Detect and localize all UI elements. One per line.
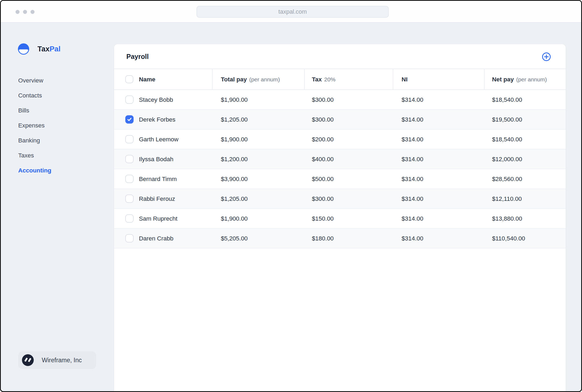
cell-net-pay: $18,540.00 [492, 90, 522, 110]
cell-total-pay: $5,205.00 [221, 229, 248, 248]
row-checkbox[interactable] [125, 155, 134, 163]
address-bar[interactable]: taxpal.com [196, 6, 389, 18]
cell-tax: $300.00 [312, 189, 334, 209]
brand-name: TaxPal [37, 43, 61, 55]
table-row: Ilyssa Bodah $1,200.00 $400.00 $314.00 $… [114, 149, 566, 169]
column-header-total-pay: Total pay (per annum) [221, 69, 280, 90]
address-bar-url: taxpal.com [278, 8, 307, 15]
cell-ni: $314.00 [402, 149, 423, 169]
cell-ni: $314.00 [402, 209, 423, 229]
cell-name: Garth Leemow [139, 130, 179, 149]
cell-name: Sam Ruprecht [139, 209, 177, 229]
payroll-card-header: Payroll [114, 44, 566, 69]
cell-total-pay: $1,200.00 [221, 149, 248, 169]
cell-ni: $314.00 [402, 189, 423, 209]
cell-tax: $300.00 [312, 90, 334, 110]
cell-net-pay: $13,880.00 [492, 209, 522, 229]
brand-name-secondary: Pal [50, 45, 61, 53]
table-row: Stacey Bobb $1,900.00 $300.00 $314.00 $1… [114, 90, 566, 110]
row-checkbox[interactable] [125, 115, 134, 124]
table-row: Derek Forbes $1,205.00 $300.00 $314.00 $… [114, 110, 566, 130]
sidebar-item-expenses[interactable]: Expenses [18, 122, 51, 130]
row-checkbox[interactable] [125, 195, 134, 203]
cell-total-pay: $3,900.00 [221, 169, 248, 189]
cell-name: Ilyssa Bodah [139, 149, 173, 169]
table-row: Bernard Timm $3,900.00 $500.00 $314.00 $… [114, 169, 566, 189]
window-minimize-button[interactable] [23, 10, 27, 14]
sidebar-nav: Overview Contacts Bills Expenses Banking… [18, 77, 51, 175]
row-checkbox[interactable] [125, 214, 134, 223]
browser-chrome: taxpal.com [1, 1, 581, 23]
table-row: Sam Ruprecht $1,900.00 $150.00 $314.00 $… [114, 209, 566, 229]
window-close-button[interactable] [16, 10, 20, 14]
plus-circle-icon [542, 52, 551, 61]
table-header-row: Name Total pay (per annum) Tax 20% NI Ne… [114, 69, 566, 90]
cell-net-pay: $28,560.00 [492, 169, 522, 189]
column-header-name: Name [139, 69, 155, 90]
cell-total-pay: $1,205.00 [221, 189, 248, 209]
row-checkbox[interactable] [125, 234, 134, 243]
cell-ni: $314.00 [402, 130, 423, 149]
column-header-tax: Tax 20% [312, 69, 335, 90]
cell-ni: $314.00 [402, 229, 423, 248]
taxpal-logo-icon [18, 43, 29, 55]
cell-ni: $314.00 [402, 169, 423, 189]
cell-tax: $200.00 [312, 130, 334, 149]
payroll-table-body: Stacey Bobb $1,900.00 $300.00 $314.00 $1… [114, 90, 566, 248]
cell-tax: $500.00 [312, 169, 334, 189]
cell-total-pay: $1,900.00 [221, 130, 248, 149]
cell-net-pay: $19,500.00 [492, 110, 522, 130]
cell-name: Rabbi Ferouz [139, 189, 175, 209]
cell-total-pay: $1,900.00 [221, 209, 248, 229]
column-divider [393, 69, 393, 89]
cell-ni: $314.00 [402, 110, 423, 130]
add-payroll-entry-button[interactable] [542, 52, 551, 61]
cell-name: Derek Forbes [139, 110, 175, 130]
row-checkbox[interactable] [125, 96, 134, 104]
sidebar-item-accounting[interactable]: Accounting [18, 167, 51, 175]
row-checkbox[interactable] [125, 135, 134, 144]
page-title: Payroll [126, 44, 149, 69]
cell-net-pay: $12,110.00 [492, 189, 522, 209]
cell-tax: $180.00 [312, 229, 334, 248]
cell-total-pay: $1,205.00 [221, 110, 248, 130]
row-checkbox[interactable] [125, 175, 134, 183]
cell-tax: $150.00 [312, 209, 334, 229]
workspace-name: Wireframe, Inc [42, 357, 82, 364]
sidebar-item-banking[interactable]: Banking [18, 137, 51, 145]
cell-tax: $400.00 [312, 149, 334, 169]
workspace-switcher[interactable]: Wireframe, Inc [18, 351, 96, 369]
cell-net-pay: $18,540.00 [492, 130, 522, 149]
select-all-checkbox[interactable] [125, 75, 133, 83]
table-row: Garth Leemow $1,900.00 $200.00 $314.00 $… [114, 130, 566, 149]
cell-tax: $300.00 [312, 110, 334, 130]
column-header-net-pay: Net pay (per annum) [492, 69, 547, 90]
cell-name: Daren Crabb [139, 229, 173, 248]
window-zoom-button[interactable] [31, 10, 35, 14]
cell-ni: $314.00 [402, 90, 423, 110]
payroll-card: Payroll Name Total pay [114, 44, 566, 392]
sidebar-item-overview[interactable]: Overview [18, 77, 51, 85]
wireframe-logo-icon [22, 354, 34, 366]
sidebar-item-taxes[interactable]: Taxes [18, 152, 51, 160]
table-row: Rabbi Ferouz $1,205.00 $300.00 $314.00 $… [114, 189, 566, 209]
sidebar-item-bills[interactable]: Bills [18, 107, 51, 115]
cell-name: Stacey Bobb [139, 90, 173, 110]
column-header-ni: NI [402, 69, 408, 90]
cell-net-pay: $12,000.00 [492, 149, 522, 169]
sidebar-item-contacts[interactable]: Contacts [18, 92, 51, 100]
column-divider [304, 69, 305, 89]
table-row: Daren Crabb $5,205.00 $180.00 $314.00 $1… [114, 229, 566, 248]
window-controls [16, 10, 35, 14]
app-window: taxpal.com TaxPal Overview Contacts Bill… [0, 0, 582, 392]
brand-name-primary: Tax [37, 45, 50, 53]
column-divider [212, 69, 213, 89]
cell-total-pay: $1,900.00 [221, 90, 248, 110]
cell-net-pay: $110,540.00 [492, 229, 525, 248]
column-divider [484, 69, 485, 89]
cell-name: Bernard Timm [139, 169, 177, 189]
